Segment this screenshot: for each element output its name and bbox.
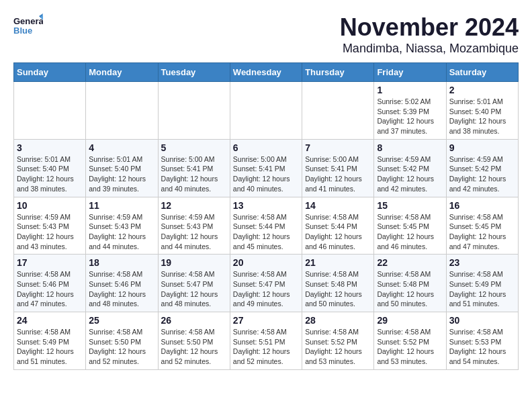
svg-text:Blue: Blue [13,26,32,36]
day-info: Sunrise: 5:02 AM Sunset: 5:39 PM Dayligh… [377,97,443,136]
day-info: Sunrise: 4:58 AM Sunset: 5:46 PM Dayligh… [17,269,83,309]
day-info: Sunrise: 4:58 AM Sunset: 5:44 PM Dayligh… [233,212,299,252]
calendar-header-tuesday: Tuesday [158,63,230,82]
calendar-cell: 19Sunrise: 4:58 AM Sunset: 5:47 PM Dayli… [158,255,230,312]
calendar-body: 1Sunrise: 5:02 AM Sunset: 5:39 PM Daylig… [14,82,519,370]
calendar-header-monday: Monday [86,63,158,82]
calendar-week-1: 1Sunrise: 5:02 AM Sunset: 5:39 PM Daylig… [14,82,519,140]
calendar-cell: 20Sunrise: 4:58 AM Sunset: 5:47 PM Dayli… [230,255,302,312]
day-number: 23 [449,257,515,268]
day-number: 13 [233,200,299,211]
day-info: Sunrise: 4:58 AM Sunset: 5:51 PM Dayligh… [233,327,299,367]
day-number: 1 [377,85,443,95]
calendar-header-sunday: Sunday [14,63,86,82]
day-info: Sunrise: 4:58 AM Sunset: 5:52 PM Dayligh… [305,327,371,367]
calendar-cell: 8Sunrise: 4:59 AM Sunset: 5:42 PM Daylig… [374,139,446,197]
day-number: 21 [305,257,371,268]
calendar-cell: 2Sunrise: 5:01 AM Sunset: 5:40 PM Daylig… [446,82,518,140]
calendar-header-friday: Friday [374,63,446,82]
day-info: Sunrise: 4:58 AM Sunset: 5:47 PM Dayligh… [161,269,227,309]
day-info: Sunrise: 4:59 AM Sunset: 5:43 PM Dayligh… [161,212,227,252]
location-title: Mandimba, Niassa, Mozambique [340,42,519,56]
day-number: 17 [17,257,83,268]
calendar-cell [158,82,230,140]
day-number: 20 [233,257,299,268]
calendar-cell: 18Sunrise: 4:58 AM Sunset: 5:46 PM Dayli… [86,255,158,312]
day-number: 28 [305,315,371,326]
day-info: Sunrise: 5:01 AM Sunset: 5:40 PM Dayligh… [89,154,154,194]
calendar-cell: 14Sunrise: 4:58 AM Sunset: 5:44 PM Dayli… [302,197,374,255]
day-info: Sunrise: 4:58 AM Sunset: 5:53 PM Dayligh… [449,327,515,367]
calendar-cell: 17Sunrise: 4:58 AM Sunset: 5:46 PM Dayli… [14,255,86,312]
calendar-cell: 6Sunrise: 5:00 AM Sunset: 5:41 PM Daylig… [230,139,302,197]
day-info: Sunrise: 4:58 AM Sunset: 5:45 PM Dayligh… [377,212,443,252]
day-info: Sunrise: 4:58 AM Sunset: 5:50 PM Dayligh… [161,327,227,367]
calendar-cell: 30Sunrise: 4:58 AM Sunset: 5:53 PM Dayli… [446,312,518,370]
day-number: 26 [161,315,227,326]
calendar-cell: 23Sunrise: 4:58 AM Sunset: 5:49 PM Dayli… [446,255,518,312]
day-info: Sunrise: 4:59 AM Sunset: 5:42 PM Dayligh… [377,154,443,194]
day-info: Sunrise: 4:58 AM Sunset: 5:49 PM Dayligh… [17,327,83,367]
day-number: 27 [233,315,299,326]
day-info: Sunrise: 5:01 AM Sunset: 5:40 PM Dayligh… [449,97,515,136]
calendar-header-wednesday: Wednesday [230,63,302,82]
day-number: 18 [89,257,154,268]
calendar-cell: 5Sunrise: 5:00 AM Sunset: 5:41 PM Daylig… [158,139,230,197]
day-info: Sunrise: 4:58 AM Sunset: 5:47 PM Dayligh… [233,269,299,309]
day-info: Sunrise: 4:58 AM Sunset: 5:48 PM Dayligh… [377,269,443,309]
calendar-week-2: 3Sunrise: 5:01 AM Sunset: 5:40 PM Daylig… [14,139,519,197]
day-info: Sunrise: 4:58 AM Sunset: 5:44 PM Dayligh… [305,212,371,252]
calendar-cell [230,82,302,140]
day-info: Sunrise: 5:01 AM Sunset: 5:40 PM Dayligh… [17,154,83,194]
calendar-cell: 3Sunrise: 5:01 AM Sunset: 5:40 PM Daylig… [14,139,86,197]
calendar-cell: 16Sunrise: 4:58 AM Sunset: 5:45 PM Dayli… [446,197,518,255]
calendar-cell: 11Sunrise: 4:59 AM Sunset: 5:43 PM Dayli… [86,197,158,255]
calendar-cell: 27Sunrise: 4:58 AM Sunset: 5:51 PM Dayli… [230,312,302,370]
day-number: 5 [161,142,227,153]
calendar-cell: 26Sunrise: 4:58 AM Sunset: 5:50 PM Dayli… [158,312,230,370]
calendar-cell: 10Sunrise: 4:59 AM Sunset: 5:43 PM Dayli… [14,197,86,255]
day-number: 24 [17,315,83,326]
calendar-header-thursday: Thursday [302,63,374,82]
calendar-cell: 9Sunrise: 4:59 AM Sunset: 5:42 PM Daylig… [446,139,518,197]
calendar-header-saturday: Saturday [446,63,518,82]
day-info: Sunrise: 4:58 AM Sunset: 5:50 PM Dayligh… [89,327,154,367]
calendar-cell: 22Sunrise: 4:58 AM Sunset: 5:48 PM Dayli… [374,255,446,312]
day-info: Sunrise: 4:58 AM Sunset: 5:46 PM Dayligh… [89,269,154,309]
calendar-cell: 1Sunrise: 5:02 AM Sunset: 5:39 PM Daylig… [374,82,446,140]
day-number: 11 [89,200,154,211]
calendar-cell: 24Sunrise: 4:58 AM Sunset: 5:49 PM Dayli… [14,312,86,370]
logo: General Blue [13,13,43,36]
svg-text:General: General [13,16,43,26]
day-info: Sunrise: 4:58 AM Sunset: 5:45 PM Dayligh… [449,212,515,252]
day-number: 2 [449,85,515,95]
calendar-cell: 12Sunrise: 4:59 AM Sunset: 5:43 PM Dayli… [158,197,230,255]
day-number: 30 [449,315,515,326]
day-info: Sunrise: 4:58 AM Sunset: 5:52 PM Dayligh… [377,327,443,367]
calendar-week-4: 17Sunrise: 4:58 AM Sunset: 5:46 PM Dayli… [14,255,519,312]
logo-icon: General Blue [13,13,43,36]
calendar-cell [302,82,374,140]
calendar-table: SundayMondayTuesdayWednesdayThursdayFrid… [13,62,519,370]
calendar-cell: 28Sunrise: 4:58 AM Sunset: 5:52 PM Dayli… [302,312,374,370]
calendar-cell [86,82,158,140]
day-number: 10 [17,200,83,211]
calendar-cell: 29Sunrise: 4:58 AM Sunset: 5:52 PM Dayli… [374,312,446,370]
day-number: 9 [449,142,515,153]
day-number: 12 [161,200,227,211]
day-number: 19 [161,257,227,268]
day-info: Sunrise: 4:58 AM Sunset: 5:49 PM Dayligh… [449,269,515,309]
day-number: 3 [17,142,83,153]
calendar-cell: 25Sunrise: 4:58 AM Sunset: 5:50 PM Dayli… [86,312,158,370]
day-info: Sunrise: 4:59 AM Sunset: 5:43 PM Dayligh… [17,212,83,252]
calendar-cell: 13Sunrise: 4:58 AM Sunset: 5:44 PM Dayli… [230,197,302,255]
calendar-cell: 7Sunrise: 5:00 AM Sunset: 5:41 PM Daylig… [302,139,374,197]
day-number: 22 [377,257,443,268]
day-number: 7 [305,142,371,153]
day-info: Sunrise: 4:59 AM Sunset: 5:43 PM Dayligh… [89,212,154,252]
calendar-header-row: SundayMondayTuesdayWednesdayThursdayFrid… [14,63,519,82]
calendar-cell [14,82,86,140]
day-number: 29 [377,315,443,326]
day-info: Sunrise: 4:58 AM Sunset: 5:48 PM Dayligh… [305,269,371,309]
day-info: Sunrise: 5:00 AM Sunset: 5:41 PM Dayligh… [161,154,227,194]
